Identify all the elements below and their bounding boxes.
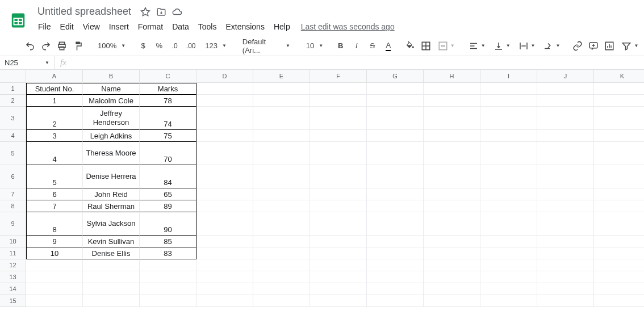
cell[interactable] [310,95,367,107]
last-edit-link[interactable]: Last edit was seconds ago [301,22,395,31]
cell[interactable] [367,188,424,200]
cell[interactable] [424,271,480,283]
cell[interactable] [537,271,594,283]
strikethrough-button[interactable]: S [365,39,380,53]
cell[interactable] [537,283,594,295]
cell[interactable] [310,247,367,259]
column-header[interactable]: E [253,70,310,83]
more-formats-button[interactable]: 123▼ [199,39,230,53]
text-color-button[interactable]: A [381,39,396,53]
cell[interactable] [367,107,424,130]
cell[interactable] [253,212,310,236]
menu-view[interactable]: View [79,20,104,33]
row-header[interactable]: 7 [0,188,26,200]
cell[interactable] [253,247,310,259]
cell[interactable] [196,130,253,142]
cloud-icon[interactable] [172,7,182,17]
cell[interactable] [196,247,253,259]
cell[interactable]: 65 [140,188,196,200]
menu-insert[interactable]: Insert [105,20,133,33]
cell[interactable]: 1 [26,95,83,107]
row-header[interactable]: 2 [0,95,26,107]
sheets-logo[interactable] [7,9,30,32]
cell[interactable] [424,107,480,130]
cell[interactable]: Denise Ellis [83,247,140,259]
cell[interactable] [594,188,644,200]
cell[interactable] [424,247,480,259]
cell[interactable] [367,200,424,212]
cell[interactable] [310,236,367,247]
cell[interactable] [140,295,196,307]
format-currency-button[interactable]: $ [136,39,150,53]
cell[interactable] [367,271,424,283]
redo-button[interactable] [39,39,53,53]
font-family-select[interactable]: Default (Ari...▼ [237,39,294,53]
cell[interactable]: 6 [26,188,83,200]
undo-button[interactable] [23,39,37,53]
cell[interactable]: 90 [140,212,196,236]
cell[interactable] [83,283,140,295]
cell[interactable] [594,236,644,247]
cell[interactable] [367,165,424,188]
cell[interactable] [594,200,644,212]
cell[interactable] [310,165,367,188]
cell[interactable]: 74 [140,107,196,130]
cell[interactable]: 75 [140,130,196,142]
cell[interactable]: 78 [140,95,196,107]
cell[interactable]: Malcolm Cole [83,95,140,107]
row-header[interactable]: 15 [0,295,26,307]
cell[interactable] [594,107,644,130]
cell[interactable] [537,295,594,307]
row-header[interactable]: 13 [0,271,26,283]
cell[interactable] [367,95,424,107]
cell[interactable] [253,107,310,130]
cell[interactable] [424,212,480,236]
cell[interactable] [196,236,253,247]
cell[interactable] [26,283,83,295]
cell[interactable] [83,295,140,307]
column-header[interactable]: G [367,70,424,83]
cell[interactable] [196,295,253,307]
cell[interactable] [480,247,537,259]
column-header[interactable]: I [480,70,537,83]
cell[interactable]: Denise Herrera [83,165,140,188]
cell[interactable] [140,259,196,271]
cell[interactable] [537,107,594,130]
cell[interactable] [594,212,644,236]
column-header[interactable]: K [594,70,644,83]
cell[interactable] [196,283,253,295]
cell[interactable] [253,188,310,200]
cell[interactable] [537,188,594,200]
cell[interactable] [310,83,367,95]
insert-link-button[interactable] [570,39,585,53]
row-header[interactable]: 5 [0,142,26,165]
cell[interactable] [537,95,594,107]
cell[interactable] [310,283,367,295]
row-header[interactable]: 11 [0,247,26,259]
cell[interactable] [196,200,253,212]
cell[interactable] [594,259,644,271]
menu-edit[interactable]: Edit [56,20,78,33]
cell[interactable]: 3 [26,130,83,142]
name-box[interactable]: N25 ▼ [0,56,55,69]
cell[interactable] [424,95,480,107]
cell[interactable] [310,200,367,212]
cell[interactable]: Student No. [26,83,83,95]
cell[interactable] [537,200,594,212]
cell[interactable] [367,83,424,95]
cell[interactable]: 5 [26,165,83,188]
cell[interactable] [26,295,83,307]
formula-input[interactable] [72,56,644,69]
cell[interactable]: Name [83,83,140,95]
bold-button[interactable]: B [333,39,348,53]
cell[interactable]: 84 [140,165,196,188]
cell[interactable] [480,271,537,283]
cell[interactable]: 83 [140,247,196,259]
cell[interactable] [310,142,367,165]
vertical-align-button[interactable]: ▼ [490,39,514,53]
cell[interactable]: 2 [26,107,83,130]
print-button[interactable] [55,39,69,53]
cell[interactable] [594,142,644,165]
cell[interactable] [367,142,424,165]
cell[interactable] [424,83,480,95]
